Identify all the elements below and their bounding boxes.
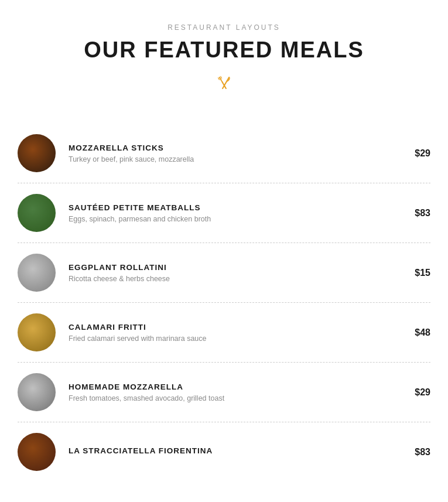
item-price: $83 bbox=[415, 447, 430, 457]
menu-item: LA STRACCIATELLA FIORENTINA $83 bbox=[18, 422, 430, 481]
brand-label: RESTAURANT LAYOUTS bbox=[18, 23, 430, 32]
item-price: $15 bbox=[415, 268, 430, 278]
item-image bbox=[18, 433, 56, 471]
page-title: OUR FEATURED MEALS bbox=[18, 37, 430, 63]
menu-item: SAUTÉED PETITE MEATBALLS Eggs, spinach, … bbox=[18, 183, 430, 243]
item-details: EGGPLANT ROLLATINI Ricotta cheese & herb… bbox=[69, 263, 403, 283]
item-description: Ricotta cheese & herbs cheese bbox=[69, 275, 403, 283]
item-name: HOMEMADE MOZZARELLA bbox=[69, 383, 403, 391]
menu-item: HOMEMADE MOZZARELLA Fresh tomatoes, smas… bbox=[18, 363, 430, 422]
item-image bbox=[18, 194, 56, 232]
menu-item: MOZZARELLA STICKS Turkey or beef, pink s… bbox=[18, 124, 430, 183]
menu-item: CALAMARI FRITTI Fried calamari served wi… bbox=[18, 303, 430, 363]
item-details: MOZZARELLA STICKS Turkey or beef, pink s… bbox=[69, 144, 403, 163]
item-name: EGGPLANT ROLLATINI bbox=[69, 263, 403, 272]
item-details: SAUTÉED PETITE MEATBALLS Eggs, spinach, … bbox=[69, 203, 403, 223]
item-image bbox=[18, 254, 56, 292]
cutlery-icon bbox=[18, 73, 430, 94]
item-price: $29 bbox=[415, 387, 430, 398]
item-details: HOMEMADE MOZZARELLA Fresh tomatoes, smas… bbox=[69, 383, 403, 402]
item-name: CALAMARI FRITTI bbox=[69, 323, 403, 332]
item-price: $29 bbox=[415, 148, 430, 159]
menu-item: EGGPLANT ROLLATINI Ricotta cheese & herb… bbox=[18, 243, 430, 303]
item-description: Eggs, spinach, parmesan and chicken brot… bbox=[69, 215, 403, 223]
item-details: CALAMARI FRITTI Fried calamari served wi… bbox=[69, 323, 403, 343]
item-image bbox=[18, 134, 56, 172]
item-description: Fried calamari served with marinara sauc… bbox=[69, 334, 403, 343]
item-name: LA STRACCIATELLA FIORENTINA bbox=[69, 446, 403, 455]
item-name: MOZZARELLA STICKS bbox=[69, 144, 403, 152]
svg-rect-0 bbox=[218, 77, 222, 81]
item-description: Fresh tomatoes, smashed avocado, grilled… bbox=[69, 394, 403, 402]
page-header: RESTAURANT LAYOUTS OUR FEATURED MEALS bbox=[18, 0, 430, 118]
item-details: LA STRACCIATELLA FIORENTINA bbox=[69, 446, 403, 458]
page-container: RESTAURANT LAYOUTS OUR FEATURED MEALS bbox=[0, 0, 448, 481]
menu-list: MOZZARELLA STICKS Turkey or beef, pink s… bbox=[18, 124, 430, 481]
item-image bbox=[18, 313, 56, 351]
item-name: SAUTÉED PETITE MEATBALLS bbox=[69, 203, 403, 212]
item-price: $83 bbox=[415, 208, 430, 218]
item-image bbox=[18, 373, 56, 411]
item-description: Turkey or beef, pink sauce, mozzarella bbox=[69, 155, 403, 163]
item-price: $48 bbox=[415, 327, 430, 338]
